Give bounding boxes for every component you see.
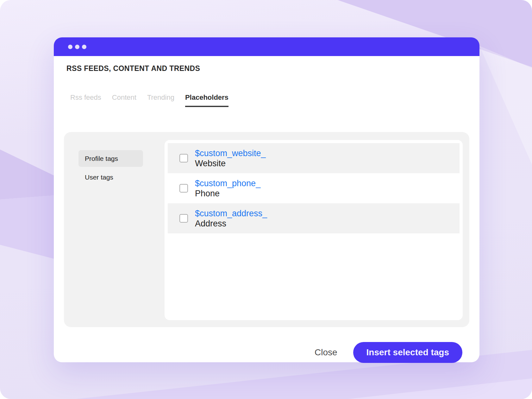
window-dot-icon [68,45,72,49]
row-text: $custom_website_ Website [195,148,266,168]
placeholder-name: Address [195,218,267,229]
placeholder-name: Phone [195,188,260,199]
tab-content[interactable]: Content [112,93,136,107]
placeholder-tag-link[interactable]: $custom_address_ [195,208,267,218]
sidebar-item-profile-tags[interactable]: Profile tags [78,150,143,167]
window-body: RSS FEEDS, CONTENT AND TRENDS Rss feeds … [54,56,479,362]
dialog-footer: Close Insert selected tags [315,342,462,363]
tab-rss-feeds[interactable]: Rss feeds [70,93,101,107]
row-text: $custom_phone_ Phone [195,178,260,199]
page-title: RSS FEEDS, CONTENT AND TRENDS [66,64,200,73]
website-checkbox[interactable] [179,154,188,162]
placeholder-row-website: $custom_website_ Website [168,143,460,173]
window-dot-icon [75,45,79,49]
placeholder-row-address: $custom_address_ Address [168,203,460,233]
placeholder-name: Website [195,158,266,168]
modal-window: RSS FEEDS, CONTENT AND TRENDS Rss feeds … [54,37,479,362]
phone-checkbox[interactable] [179,184,188,193]
tab-placeholders[interactable]: Placeholders [185,93,228,107]
tab-trending[interactable]: Trending [147,93,174,107]
tab-bar: Rss feeds Content Trending Placeholders [70,93,228,107]
placeholder-tag-link[interactable]: $custom_website_ [195,148,266,158]
sidebar-item-user-tags[interactable]: User tags [78,169,143,186]
window-dot-icon [82,45,86,49]
window-titlebar [54,37,479,56]
placeholders-panel: Profile tags User tags $custom_website_ … [64,132,469,327]
placeholder-row-phone: $custom_phone_ Phone [168,173,460,203]
placeholder-tag-link[interactable]: $custom_phone_ [195,178,260,188]
placeholder-list: $custom_website_ Website $custom_phone_ … [165,140,463,320]
close-button[interactable]: Close [315,347,337,358]
row-text: $custom_address_ Address [195,208,267,229]
insert-selected-tags-button[interactable]: Insert selected tags [353,342,462,363]
address-checkbox[interactable] [179,214,188,223]
page-background: RSS FEEDS, CONTENT AND TRENDS Rss feeds … [0,0,532,399]
